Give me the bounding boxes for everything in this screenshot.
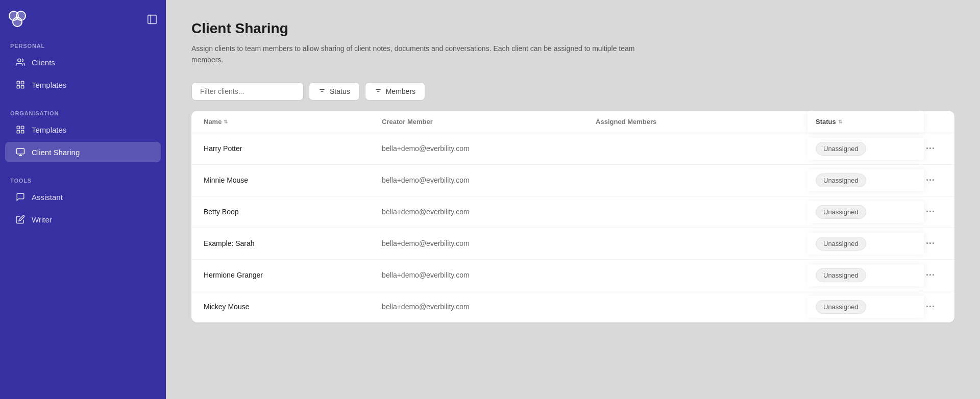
status-cell: Unassigned <box>807 233 924 255</box>
svg-rect-14 <box>17 148 24 154</box>
status-badge[interactable]: Unassigned <box>816 173 866 187</box>
more-options-button[interactable]: ··· <box>922 173 939 188</box>
status-cell: Unassigned <box>807 138 924 160</box>
members-filter-icon <box>375 88 382 95</box>
search-input[interactable] <box>191 82 304 101</box>
table-row: Mickey Mouse bella+demo@everbility.com U… <box>191 291 954 322</box>
svg-point-5 <box>18 59 21 62</box>
client-name: Betty Boop <box>204 208 382 216</box>
client-sharing-icon <box>15 147 26 157</box>
col-header-actions <box>922 118 942 126</box>
sidebar-item-assistant[interactable]: Assistant <box>5 187 161 207</box>
status-badge[interactable]: Unassigned <box>816 237 866 251</box>
row-actions: ··· <box>922 173 942 188</box>
status-badge[interactable]: Unassigned <box>816 205 866 219</box>
table-row: Betty Boop bella+demo@everbility.com Una… <box>191 196 954 228</box>
table-row: Minnie Mouse bella+demo@everbility.com U… <box>191 165 954 196</box>
client-name: Mickey Mouse <box>204 303 382 311</box>
creator-email: bella+demo@everbility.com <box>382 239 596 247</box>
status-cell: Unassigned <box>807 296 924 318</box>
status-badge[interactable]: Unassigned <box>816 142 866 156</box>
client-name: Example: Sarah <box>204 239 382 247</box>
table-row: Hermione Granger bella+demo@everbility.c… <box>191 260 954 291</box>
svg-rect-11 <box>21 126 24 129</box>
svg-rect-7 <box>21 81 24 84</box>
clients-icon <box>15 57 26 67</box>
table-row: Example: Sarah bella+demo@everbility.com… <box>191 228 954 260</box>
personal-section-label: Personal <box>0 39 166 51</box>
members-filter-button[interactable]: Members <box>365 82 425 101</box>
organisation-section-label: Organisation <box>0 106 166 118</box>
client-name: Harry Potter <box>204 144 382 153</box>
creator-email: bella+demo@everbility.com <box>382 303 596 311</box>
templates-personal-icon <box>15 80 26 90</box>
table-header-row: Name ⇅ Creator Member Assigned Members S… <box>191 111 954 133</box>
main-content: Client Sharing Assign clients to team me… <box>166 0 980 399</box>
sidebar-item-templates-personal-label: Templates <box>32 81 66 89</box>
table-row: Harry Potter bella+demo@everbility.com U… <box>191 133 954 165</box>
filter-icon <box>318 88 326 95</box>
more-options-button[interactable]: ··· <box>922 205 939 219</box>
sidebar: Personal Clients Templates Organisation <box>0 0 166 399</box>
status-badge[interactable]: Unassigned <box>816 300 866 314</box>
svg-point-2 <box>13 17 22 27</box>
svg-rect-13 <box>21 131 24 133</box>
row-actions: ··· <box>922 268 942 283</box>
creator-email: bella+demo@everbility.com <box>382 176 596 184</box>
sidebar-item-templates-personal[interactable]: Templates <box>5 74 161 95</box>
status-sort-icon[interactable]: ⇅ <box>838 119 842 124</box>
tools-section-label: Tools <box>0 173 166 186</box>
sidebar-item-templates-org[interactable]: Templates <box>5 119 161 140</box>
sidebar-item-assistant-label: Assistant <box>32 193 63 202</box>
status-badge[interactable]: Unassigned <box>816 268 866 282</box>
svg-rect-12 <box>17 131 19 133</box>
col-header-name: Name ⇅ <box>204 118 382 126</box>
row-actions: ··· <box>922 236 942 251</box>
app-logo <box>8 10 27 29</box>
sidebar-item-clients[interactable]: Clients <box>5 52 161 72</box>
sidebar-item-client-sharing-label: Client Sharing <box>32 148 80 157</box>
page-description: Assign clients to team members to allow … <box>191 43 651 66</box>
sidebar-item-client-sharing[interactable]: Client Sharing <box>5 142 161 162</box>
svg-rect-8 <box>17 86 19 88</box>
more-options-button[interactable]: ··· <box>922 268 939 283</box>
status-filter-button[interactable]: Status <box>309 82 360 101</box>
col-header-status: Status ⇅ <box>807 111 924 133</box>
svg-rect-9 <box>21 86 24 88</box>
col-header-creator: Creator Member <box>382 118 596 126</box>
creator-email: bella+demo@everbility.com <box>382 271 596 279</box>
assistant-icon <box>15 192 26 202</box>
status-cell: Unassigned <box>807 264 924 286</box>
sidebar-item-clients-label: Clients <box>32 58 55 67</box>
status-cell: Unassigned <box>807 169 924 191</box>
status-filter-label: Status <box>330 87 350 95</box>
writer-icon <box>15 214 26 225</box>
more-options-button[interactable]: ··· <box>922 141 939 156</box>
sidebar-item-writer[interactable]: Writer <box>5 209 161 230</box>
filters-bar: Status Members <box>191 82 954 101</box>
row-actions: ··· <box>922 141 942 156</box>
row-actions: ··· <box>922 300 942 314</box>
row-actions: ··· <box>922 205 942 219</box>
client-name: Hermione Granger <box>204 271 382 279</box>
clients-table: Name ⇅ Creator Member Assigned Members S… <box>191 111 954 322</box>
templates-org-icon <box>15 124 26 135</box>
more-options-button[interactable]: ··· <box>922 236 939 251</box>
name-sort-icon[interactable]: ⇅ <box>224 119 228 124</box>
client-name: Minnie Mouse <box>204 176 382 184</box>
sidebar-item-templates-org-label: Templates <box>32 126 66 134</box>
members-filter-label: Members <box>386 87 415 95</box>
sidebar-toggle-button[interactable] <box>146 14 158 25</box>
svg-rect-6 <box>17 81 19 84</box>
more-options-button[interactable]: ··· <box>922 300 939 314</box>
status-cell: Unassigned <box>807 201 924 223</box>
page-title: Client Sharing <box>191 20 954 37</box>
col-header-assigned: Assigned Members <box>596 118 810 126</box>
sidebar-header <box>0 8 166 39</box>
svg-rect-10 <box>17 126 19 129</box>
sidebar-item-writer-label: Writer <box>32 215 52 224</box>
svg-rect-3 <box>148 15 157 24</box>
creator-email: bella+demo@everbility.com <box>382 208 596 216</box>
creator-email: bella+demo@everbility.com <box>382 144 596 153</box>
